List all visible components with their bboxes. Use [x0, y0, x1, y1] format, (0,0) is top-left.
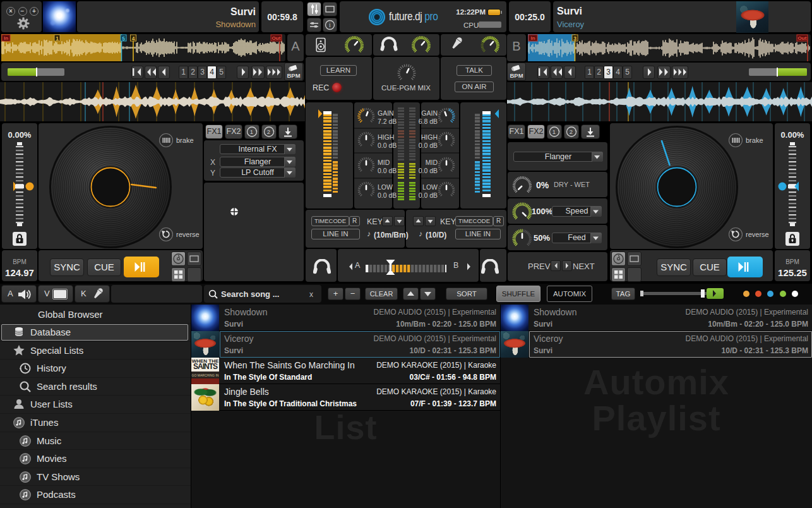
- svg-text:In: In: [530, 35, 535, 41]
- svg-text:5: 5: [122, 35, 125, 42]
- svg-text:1: 1: [56, 35, 59, 42]
- svg-text:In: In: [4, 35, 8, 41]
- svg-text:1: 1: [250, 128, 253, 135]
- svg-text:4: 4: [132, 35, 135, 42]
- svg-text:Out: Out: [798, 35, 807, 41]
- svg-text:2: 2: [570, 128, 573, 135]
- svg-text:1: 1: [552, 128, 556, 135]
- svg-text:3: 3: [573, 35, 576, 42]
- svg-text:i: i: [329, 21, 331, 28]
- svg-text:2: 2: [267, 128, 270, 135]
